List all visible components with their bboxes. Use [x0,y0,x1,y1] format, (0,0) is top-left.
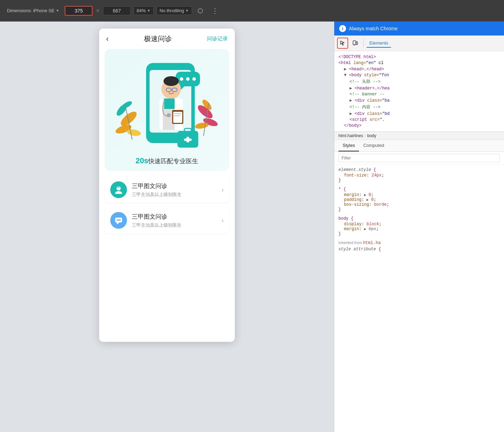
zoom-label: 84% [137,8,146,13]
service-arrow-2: › [222,217,224,224]
svg-rect-30 [174,113,182,114]
svg-point-27 [167,113,171,117]
css-prop-display: display: block; [338,222,500,227]
dimensions-label: Dimensions: iPhone SE [7,8,55,13]
back-button[interactable]: ‹ [106,34,109,44]
throttle-caret: ▼ [185,9,189,13]
height-input[interactable]: 667 [103,6,131,15]
html-line-body-close: </body> [344,123,500,128]
svg-point-16 [192,77,196,81]
breadcrumb-html[interactable]: html.hairlines [338,133,363,138]
css-rule-element-style: element.style { font-size: 24px; } [338,167,500,183]
devtools-panel: i Always match Chrome Elements [334,22,504,432]
svg-point-43 [119,219,121,221]
devtools-toolbar: Dimensions: iPhone SE ▼ 375 × 667 84% ▼ … [0,0,504,22]
css-selector-universal: * { [338,187,500,192]
css-prop-font-size: font-size: 24px; [338,173,500,178]
service-name-2: 三甲图文问诊 [132,213,217,221]
css-prop-margin-body: margin: ▶ 8px; [338,227,500,231]
service-info-1: 三甲图文问诊 三甲主治及以上级别医生 [132,182,217,198]
html-line-doctype: <!DOCTYPE html> [338,54,500,60]
info-icon: i [339,25,346,32]
filter-input[interactable] [338,154,500,162]
svg-point-14 [180,77,183,81]
svg-point-47 [354,44,355,45]
svg-rect-46 [356,42,358,45]
styles-computed-tabs: Styles Computed [334,140,504,152]
banner-subtitle: 20s 快速匹配专业医生 [136,156,199,165]
throttle-label: No throttling [160,8,184,13]
zoom-caret: ▼ [147,9,151,13]
html-line-comment-head: <!-- 头部 --> [350,78,500,85]
svg-rect-39 [119,186,119,188]
svg-marker-44 [117,222,119,225]
svg-point-42 [118,219,119,221]
service-name-1: 三甲图文问诊 [132,182,217,190]
inspect-element-button[interactable] [337,38,348,49]
html-line-div-content[interactable]: ▶ <div class="bd [350,110,500,117]
svg-rect-26 [164,99,175,109]
html-line-html[interactable]: <html lang="en" cl [338,60,500,66]
css-prop-padding: padding: ▶ 0; [338,197,500,202]
service-avatar-1 [110,181,127,198]
page-title: 极速问诊 [144,34,172,44]
html-line-comment-content: <!-- 内容 --> [350,103,500,110]
mobile-header: ‹ 极速问诊 问诊记录 [99,29,235,49]
html-line-header[interactable]: ▶ <header>…</hea [350,85,500,91]
tab-computed[interactable]: Computed [359,140,388,151]
always-match-text: Always match Chrome [349,26,398,31]
html-tree: <!DOCTYPE html> <html lang="en" cl ▶ <he… [334,51,504,132]
service-list: 三甲图文问诊 三甲主治及以上级别医生 › [99,171,235,239]
banner-text-suffix: 快速匹配专业医生 [148,157,198,165]
breadcrumb-bar: html.hairlines › body [334,132,504,140]
preview-area: ‹ 极速问诊 问诊记录 [0,22,334,432]
dimensions-caret: ▼ [56,9,59,13]
html-line-body[interactable]: ▼ <body style="fon [344,72,500,78]
service-desc-1: 三甲主治及以上级别医生 [132,191,217,198]
html-line-script[interactable]: <script src=". [350,117,500,123]
zoom-dropdown[interactable]: 84% ▼ [134,6,154,15]
css-selector-body: body { [338,216,500,221]
main-layout: ‹ 极速问诊 问诊记录 [0,22,504,432]
css-prop-margin: margin: ▶ 0; [338,193,500,197]
service-avatar-2 [110,212,127,229]
service-item-2[interactable]: 三甲图文问诊 三甲主治及以上级别医生 › [105,207,229,234]
width-input[interactable]: 375 [65,6,93,16]
rotate-button[interactable]: ⬡ [195,6,206,16]
svg-point-41 [117,219,118,221]
service-item-1[interactable]: 三甲图文问诊 三甲主治及以上级别医生 › [105,176,229,203]
device-toolbar-button[interactable] [350,38,361,49]
svg-point-15 [186,77,190,81]
svg-point-19 [163,76,179,86]
devtools-icon-row: Elements [334,36,504,51]
banner-highlight: 20s [136,156,149,165]
html-line-div-banner[interactable]: ▶ <div class="ba [350,97,500,103]
service-arrow-1: › [222,186,224,194]
service-desc-2: 三甲主治及以上级别医生 [132,222,217,228]
breadcrumb-body[interactable]: body [367,133,376,138]
doctor-illustration [108,56,226,154]
more-options-button[interactable]: ⋮ [209,5,221,16]
css-rule-body: body { display: block; margin: ▶ 8px; } [338,216,500,236]
html-line-comment-banner: <!-- banner -- [350,91,500,97]
css-selector-style-attr: style attribute { [338,247,500,252]
service-info-2: 三甲图文问诊 三甲主治及以上级别医生 [132,213,217,228]
svg-rect-38 [117,187,119,188]
svg-rect-31 [174,115,180,116]
nav-link[interactable]: 问诊记录 [207,36,228,42]
elements-tab[interactable]: Elements [367,39,391,48]
filter-bar [334,152,504,165]
inherited-label: Inherited from html.ha [338,241,500,245]
css-prop-box-sizing: box-sizing: borde; [338,202,500,207]
css-rule-style-attr: style attribute { [338,247,500,252]
html-line-head[interactable]: ▶ <head>…</head> [344,66,500,72]
always-match-banner: i Always match Chrome [334,22,504,36]
banner-section: 20s 快速匹配专业医生 [105,49,229,171]
throttle-dropdown[interactable]: No throttling ▼ [157,6,192,15]
mobile-frame: ‹ 极速问诊 问诊记录 [99,29,235,342]
dimensions-selector[interactable]: Dimensions: iPhone SE ▼ [4,7,62,15]
icon-separator [363,39,364,47]
svg-rect-36 [184,139,192,141]
tab-styles[interactable]: Styles [338,140,359,151]
dimension-separator: × [95,8,100,14]
